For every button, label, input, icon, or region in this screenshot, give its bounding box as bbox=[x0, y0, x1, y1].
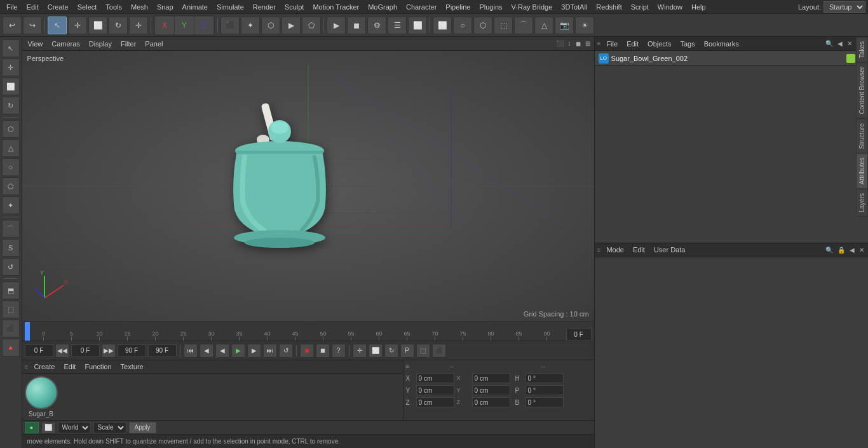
status-indicator[interactable]: ● bbox=[25, 422, 39, 433]
point-mode-button[interactable]: ✦ bbox=[241, 17, 260, 34]
viewport-icon-2[interactable]: ↕ bbox=[567, 39, 573, 48]
vp-panel[interactable]: Panel bbox=[142, 39, 166, 48]
layout-dropdown[interactable]: Startup bbox=[824, 1, 865, 13]
obj-edit[interactable]: Edit bbox=[623, 39, 642, 48]
object-color-tag[interactable] bbox=[846, 54, 855, 63]
sidebar-nurbs[interactable]: ○ bbox=[2, 158, 20, 176]
menu-edit[interactable]: Edit bbox=[23, 2, 43, 12]
start-frame-input[interactable] bbox=[25, 344, 53, 357]
mat-function[interactable]: Function bbox=[81, 362, 114, 371]
mat-texture[interactable]: Texture bbox=[118, 362, 147, 371]
motion-btn-2[interactable]: ⬜ bbox=[369, 344, 383, 358]
end-frame-input-2[interactable] bbox=[148, 344, 177, 357]
menu-script[interactable]: Script bbox=[627, 2, 653, 12]
motion-btn-1[interactable]: ✛ bbox=[353, 344, 367, 358]
menu-sculpt[interactable]: Sculpt bbox=[281, 2, 308, 12]
step-forward-button[interactable]: ▶ bbox=[247, 344, 261, 358]
attr-icon-2[interactable]: ✕ bbox=[858, 245, 865, 255]
light-button[interactable]: ☀ bbox=[575, 17, 594, 34]
sidebar-deformer[interactable]: ⬠ bbox=[2, 177, 20, 195]
coord-z-pos[interactable] bbox=[416, 397, 454, 407]
z-axis-button[interactable]: Z bbox=[194, 17, 214, 34]
attr-search-icon[interactable]: 🔍 bbox=[824, 245, 834, 255]
menu-select[interactable]: Select bbox=[74, 2, 101, 12]
sphere-object-button[interactable]: ○ bbox=[453, 17, 472, 34]
cube-object-button[interactable]: ⬜ bbox=[433, 17, 452, 34]
attr-mode[interactable]: Mode bbox=[603, 245, 627, 254]
menu-3dtotal[interactable]: 3DTotAll bbox=[557, 2, 591, 12]
menu-plugins[interactable]: Plugins bbox=[475, 2, 506, 12]
right-icon-1[interactable]: ◀ bbox=[836, 39, 844, 48]
menu-create[interactable]: Create bbox=[44, 2, 72, 12]
go-to-end-button[interactable]: ⏭ bbox=[263, 344, 277, 358]
search-icon[interactable]: 🔍 bbox=[824, 39, 834, 48]
y-axis-button[interactable]: Y bbox=[175, 17, 194, 34]
select-tool-button[interactable]: ↖ bbox=[48, 17, 67, 34]
loop-button[interactable]: ↺ bbox=[279, 344, 293, 358]
viewport-icon-4[interactable]: ⊞ bbox=[584, 39, 592, 48]
motion-btn-6[interactable]: ⬛ bbox=[432, 344, 446, 358]
coord-h-rot[interactable] bbox=[526, 373, 564, 383]
sidebar-rotate[interactable]: ↻ bbox=[2, 97, 20, 114]
menu-simulate[interactable]: Simulate bbox=[213, 2, 248, 12]
viewport[interactable]: View Cameras Display Filter Panel ⬛ ↕ ◼ … bbox=[22, 37, 594, 322]
vtab-layers[interactable]: Layers bbox=[856, 189, 868, 217]
viewport-icon-3[interactable]: ◼ bbox=[574, 39, 582, 48]
object-entry[interactable]: LO Sugar_Bowl_Green_002 bbox=[595, 51, 868, 66]
coord-x-size[interactable] bbox=[472, 373, 510, 383]
deformer-button[interactable]: △ bbox=[534, 17, 553, 34]
coord-p-rot[interactable] bbox=[526, 385, 564, 395]
viewport-icon-1[interactable]: ⬛ bbox=[555, 39, 565, 48]
object-mode-button[interactable]: ⬛ bbox=[220, 17, 240, 34]
step-back-button[interactable]: ◀ bbox=[200, 344, 214, 358]
vtab-attributes[interactable]: Attributes bbox=[856, 153, 868, 189]
sidebar-scale[interactable]: ⬜ bbox=[2, 78, 20, 95]
sidebar-background[interactable]: ⬚ bbox=[2, 301, 20, 318]
menu-animate[interactable]: Animate bbox=[179, 2, 212, 12]
objects-panel-content[interactable] bbox=[595, 66, 868, 243]
render-to-picture-button[interactable]: ◼ bbox=[347, 17, 366, 34]
undo-button[interactable]: ↩ bbox=[3, 17, 22, 34]
apply-button[interactable]: Apply bbox=[129, 422, 156, 433]
menu-mesh[interactable]: Mesh bbox=[127, 2, 152, 12]
obj-objects[interactable]: Objects bbox=[644, 39, 674, 48]
obj-bookmarks[interactable]: Bookmarks bbox=[701, 39, 742, 48]
vp-filter[interactable]: Filter bbox=[118, 39, 139, 48]
vp-cameras[interactable]: Cameras bbox=[48, 39, 83, 48]
stop-button[interactable]: ⏹ bbox=[316, 344, 330, 358]
attr-lock-icon[interactable]: 🔒 bbox=[836, 245, 846, 255]
menu-redshift[interactable]: Redshift bbox=[592, 2, 625, 12]
status-btn-1[interactable]: ⬜ bbox=[41, 422, 55, 433]
coord-b-rot[interactable] bbox=[526, 397, 564, 407]
cylinder-object-button[interactable]: ⬡ bbox=[473, 17, 492, 34]
menu-character[interactable]: Character bbox=[402, 2, 440, 12]
redo-button[interactable]: ↪ bbox=[23, 17, 42, 34]
coord-x-pos[interactable] bbox=[416, 373, 454, 383]
attr-icon-1[interactable]: ◀ bbox=[848, 245, 856, 255]
interactive-render-button[interactable]: ☰ bbox=[388, 17, 407, 34]
motion-btn-4[interactable]: P bbox=[400, 344, 414, 358]
material-thumbnail[interactable] bbox=[25, 376, 58, 409]
menu-file[interactable]: File bbox=[3, 2, 22, 12]
scale-select[interactable]: Scale bbox=[93, 422, 126, 433]
playback-settings[interactable]: ? bbox=[332, 344, 346, 358]
menu-render[interactable]: Render bbox=[249, 2, 280, 12]
uv-mode-button[interactable]: ⬠ bbox=[302, 17, 321, 34]
vp-view[interactable]: View bbox=[25, 39, 46, 48]
record-button[interactable]: ⏺ bbox=[300, 344, 314, 358]
menu-tools[interactable]: Tools bbox=[102, 2, 126, 12]
coord-y-size[interactable] bbox=[472, 385, 510, 395]
sidebar-cube[interactable]: ⬛ bbox=[2, 320, 20, 337]
play-backward-button[interactable]: ◀ bbox=[215, 344, 229, 358]
motion-btn-5[interactable]: ⬚ bbox=[416, 344, 430, 358]
sidebar-triangle[interactable]: 🔺 bbox=[2, 339, 20, 356]
area-render-button[interactable]: ⬜ bbox=[408, 17, 427, 34]
rotate-tool-button[interactable]: ↻ bbox=[109, 17, 128, 34]
viewport-canvas[interactable]: Perspective Grid Spacing : 10 cm X Y Z bbox=[22, 51, 594, 322]
end-frame-input-1[interactable] bbox=[118, 344, 146, 357]
timeline[interactable]: 0 5 10 15 20 25 30 bbox=[22, 322, 594, 341]
sidebar-generator[interactable]: ✦ bbox=[2, 196, 20, 214]
prev-frame-arrows[interactable]: ◀◀ bbox=[55, 344, 69, 358]
menu-mograph[interactable]: MoGraph bbox=[364, 2, 401, 12]
coord-y-pos[interactable] bbox=[416, 385, 454, 395]
